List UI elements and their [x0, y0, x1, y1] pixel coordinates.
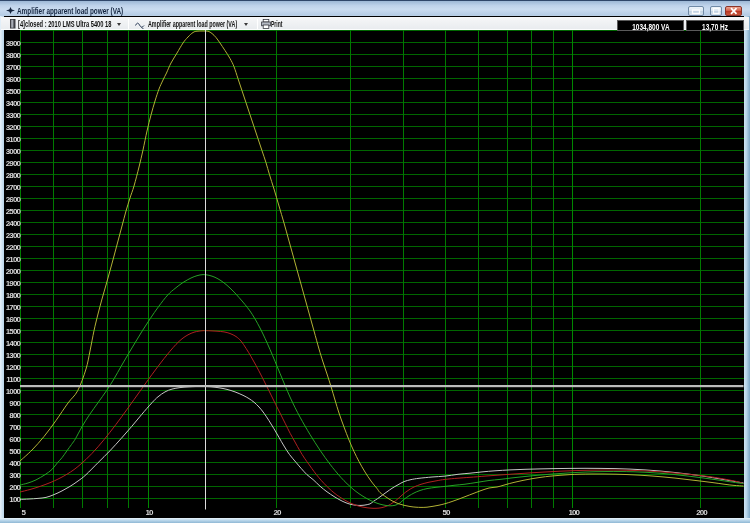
svg-text:3000: 3000	[6, 147, 22, 156]
svg-text:500: 500	[9, 447, 21, 456]
svg-text:100: 100	[568, 508, 580, 517]
svg-text:3800: 3800	[6, 51, 22, 60]
svg-text:10: 10	[146, 508, 155, 517]
svg-text:2600: 2600	[6, 195, 22, 204]
svg-text:2700: 2700	[6, 183, 22, 192]
svg-text:1600: 1600	[6, 315, 22, 324]
svg-text:1800: 1800	[6, 291, 22, 300]
svg-text:1500: 1500	[6, 327, 22, 336]
svg-text:700: 700	[9, 423, 21, 432]
svg-text:3100: 3100	[6, 135, 22, 144]
svg-text:800: 800	[9, 411, 21, 420]
svg-text:2200: 2200	[6, 243, 22, 252]
svg-text:3200: 3200	[6, 123, 22, 132]
svg-text:3700: 3700	[6, 63, 22, 72]
svg-text:1000: 1000	[6, 387, 22, 396]
svg-text:50: 50	[442, 508, 451, 517]
svg-text:1400: 1400	[6, 339, 22, 348]
svg-text:300: 300	[9, 471, 21, 480]
svg-text:900: 900	[9, 399, 21, 408]
svg-text:2100: 2100	[6, 255, 22, 264]
svg-text:3500: 3500	[6, 87, 22, 96]
svg-text:2300: 2300	[6, 231, 22, 240]
svg-text:3300: 3300	[6, 111, 22, 120]
svg-text:5: 5	[22, 508, 27, 517]
svg-text:1700: 1700	[6, 303, 22, 312]
svg-text:3900: 3900	[6, 39, 22, 48]
svg-text:100: 100	[9, 495, 21, 504]
svg-text:200: 200	[9, 483, 21, 492]
svg-text:3600: 3600	[6, 75, 22, 84]
svg-text:400: 400	[9, 459, 21, 468]
svg-text:20: 20	[273, 508, 282, 517]
svg-text:1900: 1900	[6, 279, 22, 288]
svg-text:600: 600	[9, 435, 21, 444]
svg-text:1100: 1100	[6, 375, 21, 384]
svg-text:2900: 2900	[6, 159, 22, 168]
svg-text:3400: 3400	[6, 99, 22, 108]
svg-text:1200: 1200	[6, 363, 22, 372]
svg-text:2800: 2800	[6, 171, 22, 180]
svg-text:200: 200	[696, 508, 708, 517]
svg-text:1300: 1300	[6, 351, 22, 360]
svg-text:2500: 2500	[6, 207, 22, 216]
svg-text:2000: 2000	[6, 267, 22, 276]
svg-text:2400: 2400	[6, 219, 22, 228]
